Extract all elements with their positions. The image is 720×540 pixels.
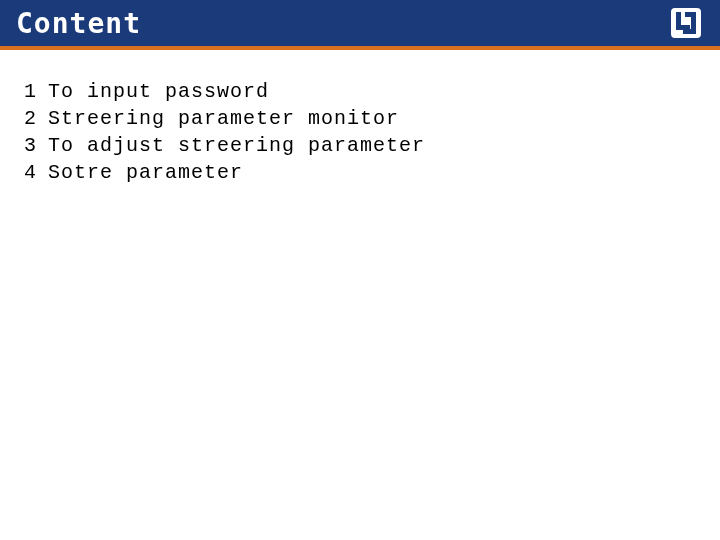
header-bar: Content [0, 0, 720, 50]
content-list: 1 To input password 2 Streering paramete… [0, 50, 720, 214]
item-number: 3 [24, 132, 48, 159]
item-text: Sotre parameter [48, 159, 696, 186]
item-number: 1 [24, 78, 48, 105]
item-text: Streering parameter monitor [48, 105, 696, 132]
list-item: 2 Streering parameter monitor [24, 105, 696, 132]
item-text: To adjust streering parameter [48, 132, 696, 159]
list-item: 4 Sotre parameter [24, 159, 696, 186]
list-item: 3 To adjust streering parameter [24, 132, 696, 159]
item-number: 2 [24, 105, 48, 132]
lg-logo-icon [668, 5, 704, 41]
list-item: 1 To input password [24, 78, 696, 105]
item-number: 4 [24, 159, 48, 186]
page-title: Content [16, 7, 141, 40]
item-text: To input password [48, 78, 696, 105]
svg-rect-5 [683, 29, 696, 34]
